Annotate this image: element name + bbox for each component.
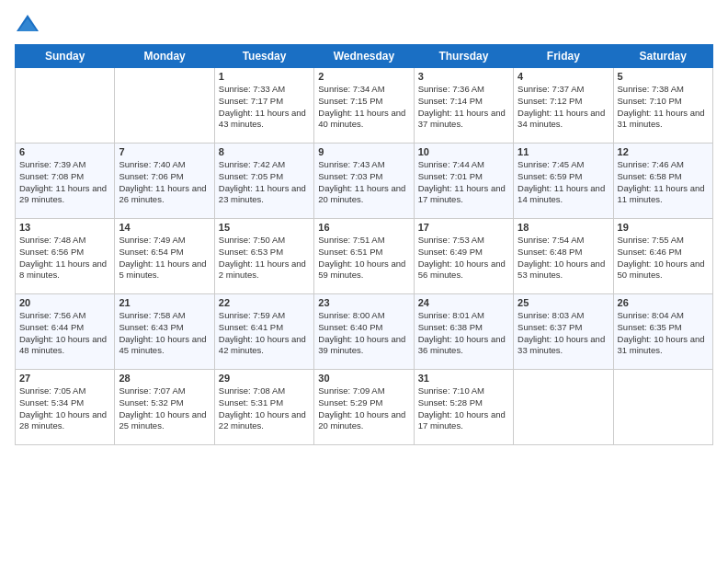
daylight: Daylight: 11 hours and 23 minutes. bbox=[219, 183, 306, 205]
day-header-thursday: Thursday bbox=[414, 45, 513, 68]
daylight: Daylight: 10 hours and 20 minutes. bbox=[318, 409, 405, 431]
calendar-page: SundayMondayTuesdayWednesdayThursdayFrid… bbox=[0, 0, 728, 563]
daylight: Daylight: 10 hours and 53 minutes. bbox=[518, 259, 605, 281]
daylight: Daylight: 10 hours and 28 minutes. bbox=[19, 409, 107, 431]
calendar-cell: 21Sunrise: 7:58 AMSunset: 6:43 PMDayligh… bbox=[115, 294, 214, 370]
cell-info: Sunrise: 8:00 AMSunset: 6:40 PMDaylight:… bbox=[318, 310, 409, 357]
sunrise: Sunrise: 8:04 AM bbox=[618, 310, 684, 320]
cell-info: Sunrise: 7:56 AMSunset: 6:44 PMDaylight:… bbox=[19, 310, 110, 357]
sunrise: Sunrise: 7:34 AM bbox=[318, 84, 384, 94]
daylight: Daylight: 11 hours and 34 minutes. bbox=[518, 108, 605, 130]
sunrise: Sunrise: 7:10 AM bbox=[418, 385, 484, 396]
cell-info: Sunrise: 7:34 AMSunset: 7:15 PMDaylight:… bbox=[318, 84, 409, 131]
daylight: Daylight: 10 hours and 42 minutes. bbox=[219, 334, 306, 356]
sunset: Sunset: 6:40 PM bbox=[318, 322, 382, 332]
sunrise: Sunrise: 7:49 AM bbox=[119, 235, 185, 245]
daylight: Daylight: 11 hours and 5 minutes. bbox=[119, 259, 206, 281]
day-header-tuesday: Tuesday bbox=[214, 45, 313, 68]
cell-info: Sunrise: 7:44 AMSunset: 7:01 PMDaylight:… bbox=[418, 159, 509, 206]
page-header bbox=[15, 11, 713, 37]
week-row-3: 13Sunrise: 7:48 AMSunset: 6:56 PMDayligh… bbox=[16, 219, 713, 294]
day-number: 8 bbox=[219, 146, 310, 157]
sunrise: Sunrise: 8:03 AM bbox=[518, 310, 584, 320]
sunset: Sunset: 5:29 PM bbox=[318, 397, 382, 408]
calendar-cell: 2Sunrise: 7:34 AMSunset: 7:15 PMDaylight… bbox=[314, 68, 414, 144]
cell-info: Sunrise: 7:45 AMSunset: 6:59 PMDaylight:… bbox=[518, 159, 609, 206]
day-header-sunday: Sunday bbox=[16, 45, 115, 68]
cell-info: Sunrise: 7:42 AMSunset: 7:05 PMDaylight:… bbox=[219, 159, 310, 206]
daylight: Daylight: 10 hours and 48 minutes. bbox=[19, 334, 107, 356]
day-header-monday: Monday bbox=[115, 45, 214, 68]
sunrise: Sunrise: 7:37 AM bbox=[518, 84, 584, 94]
cell-info: Sunrise: 7:38 AMSunset: 7:10 PMDaylight:… bbox=[618, 84, 709, 131]
calendar-cell: 29Sunrise: 7:08 AMSunset: 5:31 PMDayligh… bbox=[214, 370, 313, 445]
logo-icon bbox=[15, 11, 40, 37]
day-number: 26 bbox=[618, 297, 709, 308]
sunset: Sunset: 7:06 PM bbox=[119, 171, 183, 181]
calendar-cell: 8Sunrise: 7:42 AMSunset: 7:05 PMDaylight… bbox=[214, 144, 313, 219]
daylight: Daylight: 10 hours and 31 minutes. bbox=[618, 334, 705, 356]
sunset: Sunset: 7:14 PM bbox=[418, 96, 483, 106]
day-number: 23 bbox=[318, 297, 409, 308]
day-number: 10 bbox=[418, 146, 509, 157]
day-number: 16 bbox=[318, 222, 409, 233]
day-number: 20 bbox=[19, 297, 110, 308]
cell-info: Sunrise: 8:03 AMSunset: 6:37 PMDaylight:… bbox=[518, 310, 609, 357]
daylight: Daylight: 10 hours and 39 minutes. bbox=[318, 334, 405, 356]
day-number: 13 bbox=[19, 222, 110, 233]
daylight: Daylight: 10 hours and 17 minutes. bbox=[418, 409, 506, 431]
day-number: 24 bbox=[418, 297, 509, 308]
cell-info: Sunrise: 8:04 AMSunset: 6:35 PMDaylight:… bbox=[618, 310, 709, 357]
sunrise: Sunrise: 7:56 AM bbox=[19, 310, 85, 320]
day-number: 31 bbox=[418, 373, 509, 384]
calendar-cell: 27Sunrise: 7:05 AMSunset: 5:34 PMDayligh… bbox=[16, 370, 115, 445]
sunrise: Sunrise: 7:39 AM bbox=[19, 159, 85, 169]
calendar-cell: 17Sunrise: 7:53 AMSunset: 6:49 PMDayligh… bbox=[414, 219, 513, 294]
sunset: Sunset: 6:56 PM bbox=[19, 247, 84, 257]
sunset: Sunset: 5:34 PM bbox=[19, 397, 84, 408]
calendar-cell bbox=[514, 370, 613, 445]
week-row-1: 1Sunrise: 7:33 AMSunset: 7:17 PMDaylight… bbox=[16, 68, 713, 144]
sunset: Sunset: 7:01 PM bbox=[418, 171, 483, 181]
daylight: Daylight: 11 hours and 17 minutes. bbox=[418, 183, 506, 205]
daylight: Daylight: 10 hours and 25 minutes. bbox=[119, 409, 206, 431]
sunrise: Sunrise: 7:44 AM bbox=[418, 159, 484, 169]
sunrise: Sunrise: 7:36 AM bbox=[418, 84, 484, 94]
day-number: 27 bbox=[19, 373, 110, 384]
sunrise: Sunrise: 7:55 AM bbox=[618, 235, 684, 245]
sunset: Sunset: 7:03 PM bbox=[318, 171, 382, 181]
cell-info: Sunrise: 7:39 AMSunset: 7:08 PMDaylight:… bbox=[19, 159, 110, 206]
cell-info: Sunrise: 7:51 AMSunset: 6:51 PMDaylight:… bbox=[318, 235, 409, 282]
cell-info: Sunrise: 7:48 AMSunset: 6:56 PMDaylight:… bbox=[19, 235, 110, 282]
sunrise: Sunrise: 7:50 AM bbox=[219, 235, 285, 245]
sunrise: Sunrise: 7:53 AM bbox=[418, 235, 484, 245]
sunset: Sunset: 7:08 PM bbox=[19, 171, 84, 181]
sunrise: Sunrise: 7:59 AM bbox=[219, 310, 285, 320]
calendar-cell: 7Sunrise: 7:40 AMSunset: 7:06 PMDaylight… bbox=[115, 144, 214, 219]
cell-info: Sunrise: 7:55 AMSunset: 6:46 PMDaylight:… bbox=[618, 235, 709, 282]
sunrise: Sunrise: 7:46 AM bbox=[618, 159, 684, 169]
sunrise: Sunrise: 7:09 AM bbox=[318, 385, 384, 396]
cell-info: Sunrise: 8:01 AMSunset: 6:38 PMDaylight:… bbox=[418, 310, 509, 357]
daylight: Daylight: 11 hours and 2 minutes. bbox=[219, 259, 306, 281]
cell-info: Sunrise: 7:49 AMSunset: 6:54 PMDaylight:… bbox=[119, 235, 210, 282]
sunset: Sunset: 7:05 PM bbox=[219, 171, 283, 181]
day-number: 2 bbox=[318, 71, 409, 82]
sunset: Sunset: 6:41 PM bbox=[219, 322, 283, 332]
calendar-cell: 22Sunrise: 7:59 AMSunset: 6:41 PMDayligh… bbox=[214, 294, 313, 370]
calendar-cell: 14Sunrise: 7:49 AMSunset: 6:54 PMDayligh… bbox=[115, 219, 214, 294]
cell-info: Sunrise: 7:46 AMSunset: 6:58 PMDaylight:… bbox=[618, 159, 709, 206]
calendar-cell: 30Sunrise: 7:09 AMSunset: 5:29 PMDayligh… bbox=[314, 370, 414, 445]
sunrise: Sunrise: 7:07 AM bbox=[119, 385, 185, 396]
day-number: 15 bbox=[219, 222, 310, 233]
daylight: Daylight: 11 hours and 40 minutes. bbox=[318, 108, 405, 130]
calendar-cell: 10Sunrise: 7:44 AMSunset: 7:01 PMDayligh… bbox=[414, 144, 513, 219]
day-header-wednesday: Wednesday bbox=[314, 45, 414, 68]
sunrise: Sunrise: 7:05 AM bbox=[19, 385, 85, 396]
sunset: Sunset: 6:53 PM bbox=[219, 247, 283, 257]
cell-info: Sunrise: 7:40 AMSunset: 7:06 PMDaylight:… bbox=[119, 159, 210, 206]
sunset: Sunset: 6:44 PM bbox=[19, 322, 84, 332]
sunset: Sunset: 6:35 PM bbox=[618, 322, 682, 332]
cell-info: Sunrise: 7:07 AMSunset: 5:32 PMDaylight:… bbox=[119, 385, 210, 432]
day-number: 11 bbox=[518, 146, 609, 157]
